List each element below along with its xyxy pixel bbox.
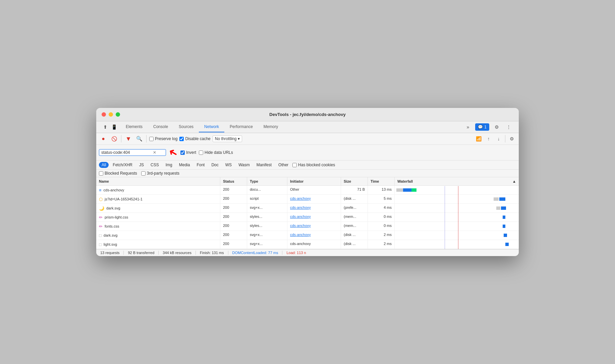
tab-console[interactable]: Console (148, 122, 173, 132)
download-icon[interactable]: ↓ (494, 134, 503, 143)
preserve-log-label: Preserve log (155, 136, 177, 141)
device-icon[interactable]: 📱 (110, 123, 118, 131)
td-time: 0 ms (368, 222, 395, 231)
table-row[interactable]: 🌙 dark.svg 200 svg+x... cds-anchovy (pre… (96, 204, 519, 213)
td-size: 71 B (341, 186, 368, 194)
table-row[interactable]: ⬡ js?id=UA-165345241-1 200 script cds-an… (96, 195, 519, 204)
type-css[interactable]: CSS (148, 162, 162, 168)
td-initiator: Other (287, 186, 341, 194)
invert-checkbox[interactable]: Invert (180, 150, 196, 155)
td-name: □ light.svg (96, 240, 220, 249)
td-type: svg+x... (247, 240, 287, 249)
td-initiator: cds-anchovy (287, 213, 341, 222)
tab-memory[interactable]: Memory (258, 122, 283, 132)
minimize-button[interactable] (109, 112, 113, 117)
tab-sources[interactable]: Sources (173, 122, 199, 132)
has-blocked-cookies-checkbox[interactable]: Has blocked cookies (292, 163, 335, 167)
tab-elements[interactable]: Elements (120, 122, 148, 132)
td-waterfall (395, 204, 519, 213)
type-js[interactable]: JS (136, 162, 147, 168)
th-type[interactable]: Type (247, 177, 287, 185)
type-media[interactable]: Media (176, 162, 193, 168)
file-icon: ≡ (99, 188, 102, 193)
type-doc[interactable]: Doc (209, 162, 221, 168)
console-badge-button[interactable]: 💬 1 (475, 123, 489, 131)
table-row[interactable]: ≡ cds-anchovy 200 docu... Other 71 B 13 … (96, 186, 519, 195)
upload-icon[interactable]: ↑ (484, 134, 493, 143)
filter-icon[interactable]: ▼ (124, 134, 133, 143)
td-type: svg+x... (247, 204, 287, 213)
td-initiator: cds-anchovy (287, 240, 341, 249)
throttle-selector[interactable]: No throttling ▾ (213, 135, 242, 142)
row-name: fonts.css (105, 224, 119, 228)
row-name: dark.svg (106, 206, 120, 210)
filter-input[interactable] (101, 150, 152, 155)
type-fetch-xhr[interactable]: Fetch/XHR (110, 162, 135, 168)
table-row[interactable]: ✏ fonts.css 200 styles... cds-anchovy (m… (96, 222, 519, 231)
table-row[interactable]: ✏ prism-light.css 200 styles... cds-anch… (96, 213, 519, 222)
close-button[interactable] (102, 112, 106, 117)
third-party-checkbox[interactable]: 3rd-party requests (141, 171, 179, 176)
disable-cache-checkbox[interactable]: Disable cache (179, 136, 210, 141)
transferred-size: 92 B transferred (124, 251, 159, 255)
th-initiator[interactable]: Initiator (287, 177, 341, 185)
th-size[interactable]: Size (341, 177, 368, 185)
type-img[interactable]: Img (163, 162, 175, 168)
td-waterfall (395, 222, 519, 231)
resource-type-bar: All Fetch/XHR JS CSS Img Media Font Doc … (96, 161, 519, 170)
filter-input-wrapper: ✕ (99, 149, 166, 156)
more-options-button[interactable]: ⋮ (504, 122, 513, 132)
maximize-button[interactable] (116, 112, 120, 117)
red-arrow-icon: ➜ (166, 145, 180, 160)
td-time: 2 ms (368, 240, 395, 249)
tab-network[interactable]: Network (199, 122, 224, 132)
type-manifest[interactable]: Manifest (254, 162, 274, 168)
table-row[interactable]: □ dark.svg 200 svg+x... cds-anchovy (dis… (96, 231, 519, 240)
td-name: ⬡ js?id=UA-165345241-1 (96, 195, 220, 203)
th-waterfall[interactable]: Waterfall ▲ (395, 177, 519, 185)
requests-count: 13 requests (100, 251, 124, 255)
type-ws[interactable]: WS (223, 162, 234, 168)
td-time: 2 ms (368, 231, 395, 240)
devtools-window: DevTools - jec.fyi/demo/cds-anchovy ⬆ 📱 … (96, 108, 519, 256)
traffic-lights (102, 112, 120, 117)
tab-performance[interactable]: Performance (224, 122, 258, 132)
td-time: 4 ms (368, 204, 395, 213)
no-throttle-label: No throttling (215, 136, 237, 141)
settings-button[interactable]: ⚙ (492, 122, 501, 132)
type-other[interactable]: Other (276, 162, 291, 168)
table-row[interactable]: □ light.svg 200 svg+x... cds-anchovy (di… (96, 240, 519, 249)
clear-button[interactable]: 🚫 (110, 134, 118, 143)
type-font[interactable]: Font (194, 162, 207, 168)
row-name: dark.svg (104, 233, 118, 237)
hide-data-urls-checkbox[interactable]: Hide data URLs (199, 150, 233, 155)
type-wasm[interactable]: Wasm (236, 162, 253, 168)
divider3 (505, 135, 505, 142)
record-button[interactable]: ● (99, 134, 108, 143)
row-name: js?id=UA-165345241-1 (105, 197, 143, 201)
preserve-log-checkbox[interactable]: Preserve log (149, 136, 177, 141)
td-waterfall (395, 240, 519, 249)
cursor-icon[interactable]: ⬆ (102, 123, 109, 131)
blocked-requests-checkbox[interactable]: Blocked Requests (99, 171, 137, 176)
th-time[interactable]: Time (368, 177, 395, 185)
td-initiator: cds-anchovy (287, 204, 341, 213)
th-status[interactable]: Status (220, 177, 247, 185)
tabs-right: » 💬 1 ⚙ ⋮ (460, 122, 516, 132)
th-name[interactable]: Name (96, 177, 220, 185)
td-type: styles... (247, 222, 287, 231)
load-time: Load: 113 n (282, 251, 310, 255)
blocked-requests-label: Blocked Requests (105, 171, 137, 176)
more-tabs-button[interactable]: » (463, 122, 472, 132)
wifi-icon[interactable]: 📶 (474, 134, 483, 143)
td-status: 200 (220, 186, 247, 194)
td-name: 🌙 dark.svg (96, 204, 220, 213)
td-type: script (247, 195, 287, 203)
titlebar: DevTools - jec.fyi/demo/cds-anchovy (96, 108, 519, 121)
type-all[interactable]: All (99, 162, 109, 168)
network-settings-icon[interactable]: ⚙ (507, 134, 516, 143)
clear-filter-icon[interactable]: ✕ (153, 150, 156, 155)
window-title: DevTools - jec.fyi/demo/cds-anchovy (269, 112, 345, 117)
search-icon[interactable]: 🔍 (135, 134, 144, 143)
third-party-label: 3rd-party requests (147, 171, 179, 176)
